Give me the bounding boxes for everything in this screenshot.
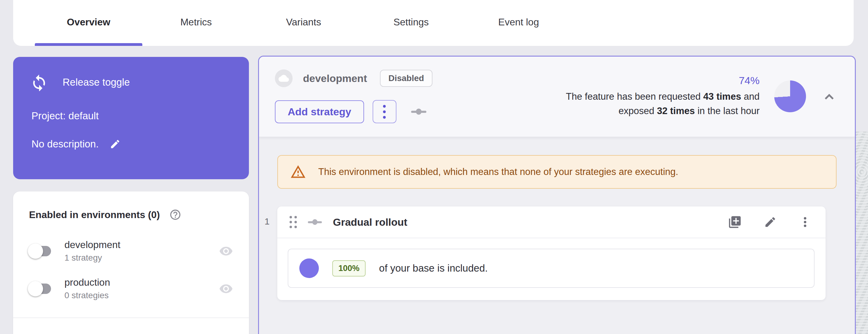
strategy-card: Gradual rollout	[277, 206, 826, 300]
feature-project-label: Project: default	[31, 110, 232, 122]
strategy-more-menu-icon[interactable]	[799, 216, 811, 228]
toggle-knob	[28, 281, 43, 296]
environment-panel-header: development Disabled Add strategy 74%	[259, 57, 855, 137]
active-tab-indicator	[35, 43, 142, 46]
rollout-summary-box: 100% of your base is included.	[288, 249, 814, 288]
rollout-pie-full-icon	[299, 258, 319, 278]
collapse-chevron-up-icon[interactable]	[821, 88, 838, 105]
rollout-percentage-badge: 100%	[332, 260, 366, 277]
warning-triangle-icon	[290, 164, 306, 180]
toggle-knob	[28, 244, 43, 259]
environment-panel-title: development	[303, 73, 367, 84]
copy-strategy-icon[interactable]	[728, 215, 742, 229]
enabled-environments-title: Enabled in environments (0)	[29, 209, 160, 221]
strategy-list-item: 1 Gradual rollout	[277, 206, 826, 300]
feature-tab-bar: Overview Metrics Variants Settings Event…	[13, 0, 854, 46]
environment-row-production: production 0 strategies	[29, 277, 233, 300]
strategy-name: Gradual rollout	[333, 216, 407, 228]
rollout-description-text: of your base is included.	[379, 262, 488, 274]
metrics-pie-chart	[774, 80, 806, 112]
environment-strategy-count: 1 strategy	[64, 253, 120, 263]
enabled-environments-card: Enabled in environments (0) development …	[13, 192, 249, 334]
environment-disabled-warning: This environment is disabled, which mean…	[277, 155, 837, 189]
environment-strategy-count: 0 strategies	[64, 290, 110, 300]
strategy-rollout-icon	[411, 108, 426, 115]
feature-description-label: No description.	[31, 138, 99, 150]
environment-panel-body: This environment is disabled, which mean…	[259, 137, 855, 300]
feature-type-label: Release toggle	[63, 77, 130, 88]
development-toggle[interactable]	[29, 245, 52, 257]
tab-event-log[interactable]: Event log	[465, 17, 572, 28]
strategy-rollout-icon	[308, 219, 322, 225]
environment-row-development: development 1 strategy	[29, 239, 233, 263]
status-badge: Disabled	[380, 70, 433, 87]
drag-handle-icon[interactable]	[289, 216, 297, 228]
metrics-percentage: 74%	[558, 75, 760, 87]
environment-more-menu-button[interactable]	[373, 100, 397, 123]
environment-name: production	[64, 277, 110, 288]
edit-description-icon[interactable]	[110, 139, 121, 149]
metrics-summary-text: The feature has been requested 43 times …	[558, 90, 760, 118]
add-strategy-button[interactable]: Add strategy	[275, 100, 364, 123]
production-toggle[interactable]	[29, 282, 52, 295]
edit-strategy-icon[interactable]	[764, 216, 777, 228]
visibility-eye-icon[interactable]	[219, 282, 233, 296]
card-divider	[13, 317, 249, 318]
background-decoration	[856, 132, 868, 334]
development-environment-panel: development Disabled Add strategy 74%	[258, 56, 856, 334]
warning-text: This environment is disabled, which mean…	[318, 166, 678, 177]
help-icon[interactable]	[169, 208, 181, 221]
release-toggle-icon	[30, 74, 48, 91]
feature-type-card: Release toggle Project: default No descr…	[13, 57, 249, 179]
strategy-index: 1	[265, 216, 270, 227]
tab-variants[interactable]: Variants	[250, 17, 357, 28]
cloud-environment-icon	[275, 69, 292, 87]
tab-settings[interactable]: Settings	[357, 17, 465, 28]
tab-metrics[interactable]: Metrics	[142, 17, 250, 28]
environment-name: development	[64, 239, 120, 250]
visibility-eye-icon[interactable]	[219, 244, 233, 258]
tab-overview[interactable]: Overview	[35, 17, 142, 28]
